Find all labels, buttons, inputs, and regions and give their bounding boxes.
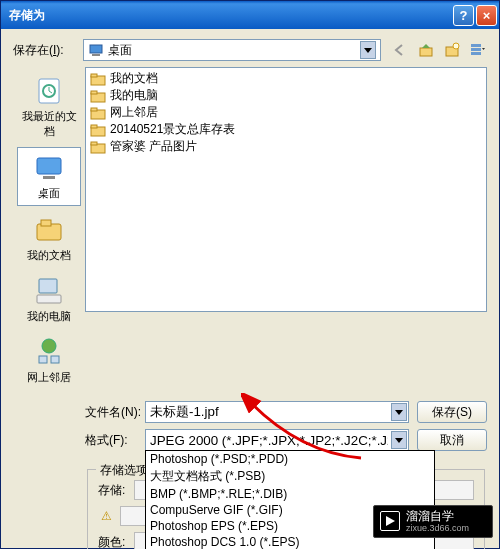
format-option[interactable]: BMP (*.BMP;*.RLE;*.DIB)	[146, 486, 434, 502]
list-item-label: 我的文档	[110, 70, 158, 87]
svg-rect-17	[39, 356, 47, 363]
svg-rect-28	[91, 142, 97, 145]
save-in-combo[interactable]: 桌面	[83, 39, 381, 61]
svg-rect-18	[51, 356, 59, 363]
sidebar-item-label: 我的电脑	[17, 309, 81, 324]
folder-icon	[90, 122, 106, 138]
svg-rect-22	[91, 91, 97, 94]
svg-rect-2	[420, 48, 432, 56]
svg-rect-24	[91, 108, 97, 111]
format-option[interactable]: Photoshop (*.PSD;*.PDD)	[146, 451, 434, 467]
svg-rect-20	[91, 74, 97, 77]
save-options-legend: 存储选项	[96, 462, 152, 479]
network-icon	[33, 336, 65, 368]
svg-rect-13	[41, 220, 51, 226]
sidebar-mydocs[interactable]: 我的文档	[17, 210, 81, 267]
sidebar-desktop[interactable]: 桌面	[17, 147, 81, 206]
svg-rect-1	[92, 54, 100, 56]
filename-label: 文件名(N):	[85, 404, 145, 421]
sidebar-recent[interactable]: 我最近的文档	[17, 71, 81, 143]
filename-input[interactable]	[145, 401, 409, 423]
list-item-label: 我的电脑	[110, 87, 158, 104]
recent-icon	[33, 75, 65, 107]
back-icon[interactable]	[391, 41, 409, 59]
save-in-label: 保存在(I):	[13, 42, 83, 59]
list-item-label: 网上邻居	[110, 104, 158, 121]
save-in-dropdown-icon[interactable]	[360, 41, 376, 59]
format-combo[interactable]	[145, 429, 409, 451]
save-sublabel: 存储:	[98, 482, 134, 499]
format-label: 格式(F):	[85, 432, 145, 449]
list-item[interactable]: 我的文档	[88, 70, 484, 87]
list-item[interactable]: 我的电脑	[88, 87, 484, 104]
svg-rect-7	[471, 52, 481, 55]
folder-icon	[90, 105, 106, 121]
svg-rect-11	[43, 176, 55, 179]
svg-point-16	[42, 339, 56, 353]
desktop-icon	[88, 42, 104, 58]
list-item-label: 20140521景文总库存表	[110, 121, 235, 138]
folder-icon	[90, 88, 106, 104]
folder-icon	[90, 139, 106, 155]
svg-rect-14	[39, 279, 57, 293]
svg-point-4	[453, 43, 459, 49]
play-icon	[380, 511, 400, 531]
list-item[interactable]: 20140521景文总库存表	[88, 121, 484, 138]
filename-dropdown-icon[interactable]	[391, 403, 407, 421]
watermark-url: zixue.3d66.com	[406, 523, 469, 533]
watermark: 溜溜自学 zixue.3d66.com	[373, 505, 493, 538]
titlebar: 存储为 ? ×	[1, 1, 499, 29]
folder-icon	[90, 71, 106, 87]
mydocs-icon	[33, 214, 65, 246]
format-option[interactable]: 大型文档格式 (*.PSB)	[146, 467, 434, 486]
list-item[interactable]: 管家婆 产品图片	[88, 138, 484, 155]
view-menu-icon[interactable]	[469, 41, 487, 59]
watermark-brand: 溜溜自学	[406, 510, 469, 523]
warning-icon: ⚠	[98, 508, 114, 524]
help-button[interactable]: ?	[453, 5, 474, 26]
format-dropdown-icon[interactable]	[391, 431, 407, 449]
sidebar-item-label: 网上邻居	[17, 370, 81, 385]
sidebar-item-label: 我最近的文档	[17, 109, 81, 139]
desktop-large-icon	[33, 152, 65, 184]
svg-rect-5	[471, 44, 481, 47]
svg-rect-10	[37, 158, 61, 174]
up-icon[interactable]	[417, 41, 435, 59]
file-list[interactable]: 我的文档我的电脑网上邻居20140521景文总库存表管家婆 产品图片	[85, 67, 487, 312]
sidebar-mycomputer[interactable]: 我的电脑	[17, 271, 81, 328]
color-sublabel: 颜色:	[98, 534, 134, 550]
dialog-title: 存储为	[9, 7, 451, 24]
cancel-button[interactable]: 取消	[417, 429, 487, 451]
svg-rect-26	[91, 125, 97, 128]
list-item-label: 管家婆 产品图片	[110, 138, 197, 155]
sidebar-item-label: 我的文档	[17, 248, 81, 263]
svg-rect-15	[37, 295, 61, 303]
sidebar-network[interactable]: 网上邻居	[17, 332, 81, 389]
list-item[interactable]: 网上邻居	[88, 104, 484, 121]
save-in-value: 桌面	[108, 42, 360, 59]
places-sidebar: 我最近的文档 桌面 我的文档 我的电脑 网上邻居	[13, 67, 85, 393]
new-folder-icon[interactable]	[443, 41, 461, 59]
svg-rect-6	[471, 48, 481, 51]
svg-rect-0	[90, 45, 102, 53]
save-button[interactable]: 保存(S)	[417, 401, 487, 423]
close-button[interactable]: ×	[476, 5, 497, 26]
sidebar-item-label: 桌面	[18, 186, 80, 201]
mycomputer-icon	[33, 275, 65, 307]
